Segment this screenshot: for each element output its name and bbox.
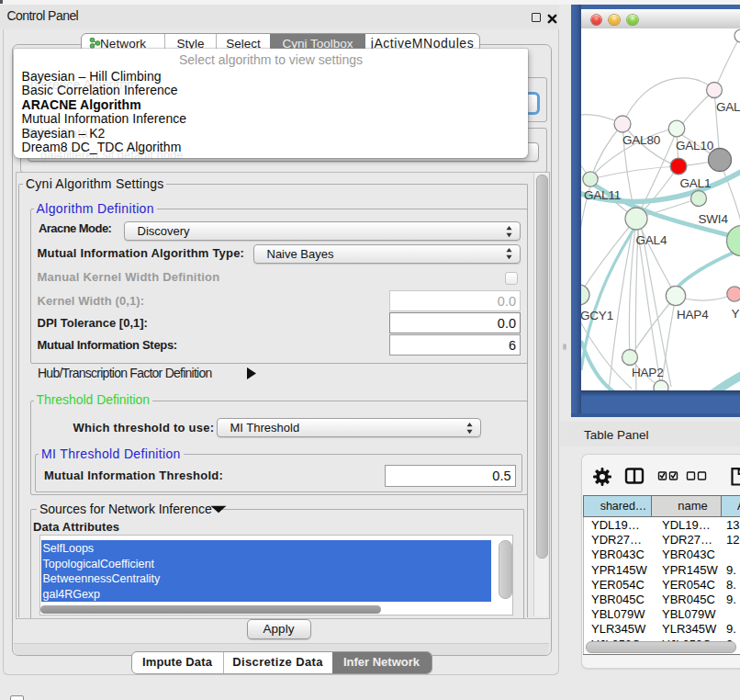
svg-text:Y: Y: [732, 307, 740, 321]
svg-text:GAL: GAL: [716, 100, 740, 114]
svg-text:GAL80: GAL80: [622, 133, 660, 147]
svg-text:GCY1: GCY1: [581, 309, 613, 322]
svg-text:SWI4: SWI4: [699, 212, 729, 226]
svg-text:GAL4: GAL4: [636, 233, 667, 247]
svg-text:GAL11: GAL11: [584, 188, 621, 202]
svg-text:GAL10: GAL10: [676, 139, 713, 152]
svg-text:HAP4: HAP4: [677, 308, 709, 322]
svg-text:HAP2: HAP2: [632, 366, 663, 379]
svg-text:GAL1: GAL1: [680, 176, 712, 190]
